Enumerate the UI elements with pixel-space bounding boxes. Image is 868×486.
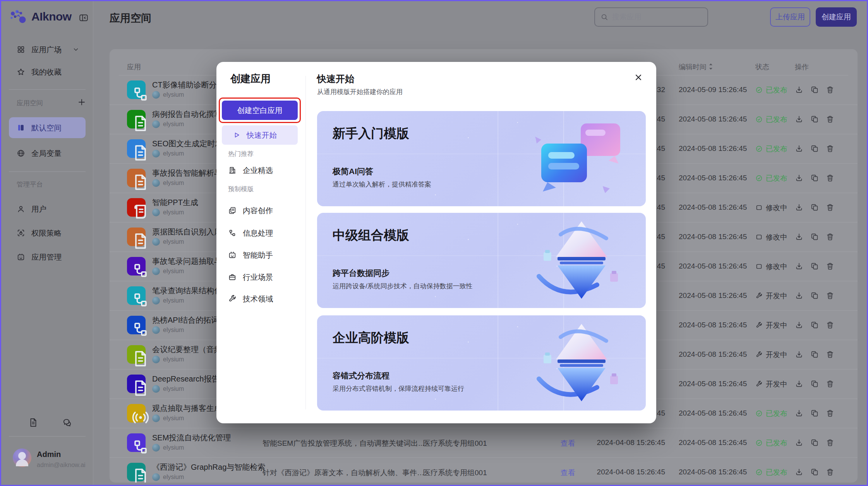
copy-icon[interactable] [810, 468, 819, 476]
app-group: 医疗系统专用组001 [423, 468, 487, 478]
download-icon[interactable] [795, 262, 803, 270]
menu-item-bot[interactable]: 智能助手 [228, 246, 298, 264]
copy-icon[interactable] [810, 438, 819, 447]
trash-icon[interactable] [826, 233, 834, 241]
sidebar-item-app-management[interactable]: 应用管理 [9, 249, 86, 265]
sidebar-collapse-icon[interactable] [79, 13, 89, 23]
menu-item-building[interactable]: 企业精选 [228, 162, 298, 179]
edit-time: 2024-05-08 15:26:45 [679, 174, 747, 182]
download-icon[interactable] [795, 291, 803, 300]
book-icon [17, 123, 25, 132]
download-icon[interactable] [795, 468, 803, 476]
wrench-icon [228, 294, 237, 303]
add-space-button[interactable] [77, 98, 86, 107]
row-actions [795, 291, 834, 300]
view-link[interactable]: 查看 [561, 468, 575, 478]
avatar[interactable] [13, 448, 31, 467]
column-header-edit-time[interactable]: 编辑时间 [679, 62, 714, 72]
close-icon[interactable] [634, 73, 643, 82]
publish-time: 2024-04-08 15:26:45 [588, 438, 665, 447]
sidebar-item-global-vars[interactable]: 全局变量 [9, 145, 86, 161]
document-icon[interactable] [28, 418, 38, 428]
trash-icon[interactable] [826, 86, 834, 94]
create-blank-app-button[interactable]: 创建空白应用 [222, 101, 298, 120]
copy-icon[interactable] [810, 321, 819, 329]
menu-item-quick-start[interactable]: 快速开始 [222, 125, 298, 145]
copy-icon[interactable] [810, 203, 819, 212]
download-icon[interactable] [795, 233, 803, 241]
copy-icon[interactable] [810, 262, 819, 270]
sort-icon[interactable] [708, 63, 714, 69]
menu-item-label: 内容创作 [243, 205, 273, 216]
column-header-status: 状态 [755, 62, 769, 72]
menu-section-label: 预制模版 [228, 185, 254, 193]
status-badge: 开发中 [755, 291, 787, 301]
search-icon [600, 13, 608, 21]
download-icon[interactable] [795, 438, 803, 447]
owner-name: elysium [163, 209, 184, 216]
sidebar-item-app-plaza[interactable]: 应用广场 [9, 41, 86, 58]
menu-item-label: 信息处理 [243, 228, 273, 238]
owner-avatar [152, 120, 160, 128]
table-row[interactable]: SEM投流自动优化管理 elysium 智能SEM广告投放管理系统，自动调整关键… [110, 428, 858, 458]
trash-icon[interactable] [826, 262, 834, 270]
download-icon[interactable] [795, 144, 803, 153]
menu-item-briefcase[interactable]: 行业场景 [228, 269, 298, 286]
download-icon[interactable] [795, 174, 803, 182]
template-card[interactable]: 中级组合模版 跨平台数据同步 运用跨设备/系统同步技术，自动保持数据一致性 [317, 213, 646, 308]
status-badge: 已发布 [755, 173, 787, 183]
create-app-button[interactable]: 创建应用 [816, 7, 857, 27]
sidebar-item-default-space[interactable]: 默认空间 [9, 117, 86, 138]
download-icon[interactable] [795, 350, 803, 359]
status-label: 开发中 [766, 379, 787, 389]
copy-icon[interactable] [810, 144, 819, 153]
sidebar-item-users[interactable]: 用户 [9, 201, 86, 217]
download-icon[interactable] [795, 86, 803, 94]
trash-icon[interactable] [826, 203, 834, 212]
copy-icon[interactable] [810, 115, 819, 123]
copy-icon[interactable] [810, 233, 819, 241]
copy-icon[interactable] [810, 409, 819, 418]
trash-icon[interactable] [826, 438, 834, 447]
download-icon[interactable] [795, 115, 803, 123]
trash-icon[interactable] [826, 291, 834, 300]
copy-icon[interactable] [810, 291, 819, 300]
upload-app-button[interactable]: 上传应用 [770, 7, 810, 27]
copy-icon[interactable] [810, 380, 819, 388]
download-icon[interactable] [795, 380, 803, 388]
template-card[interactable]: 新手入门模版 极简AI问答 通过单次输入解析，提供精准答案 [317, 111, 646, 206]
download-icon[interactable] [795, 321, 803, 329]
sidebar-item-label: 默认空间 [31, 123, 62, 133]
app-description: 智能SEM广告投放管理系统，自动调整关键词出... [262, 438, 429, 448]
doc-app-icon [127, 228, 146, 246]
owner-avatar [152, 209, 160, 216]
menu-item-wrench[interactable]: 技术领域 [228, 290, 298, 307]
table-row[interactable]: 《西游记》GraphRag与智能检索 elysium 针对《西游记》原著文本，自… [110, 458, 858, 483]
copy-icon[interactable] [810, 174, 819, 182]
copy-icon[interactable] [810, 350, 819, 359]
trash-icon[interactable] [826, 468, 834, 476]
menu-item-flow[interactable]: 信息处理 [228, 224, 298, 241]
sidebar-item-favorites[interactable]: 我的收藏 [9, 64, 86, 80]
trash-icon[interactable] [826, 321, 834, 329]
view-link[interactable]: 查看 [561, 438, 575, 448]
copy-icon[interactable] [810, 86, 819, 94]
download-icon[interactable] [795, 409, 803, 418]
wechat-icon[interactable] [62, 418, 72, 428]
template-card[interactable]: 企业高阶模版 容错式分布流程 采用分布式容错机制，保障流程持续可靠运行 [317, 315, 646, 411]
search-input[interactable]: 搜索应用 [594, 7, 708, 27]
download-icon[interactable] [795, 203, 803, 212]
trash-icon[interactable] [826, 115, 834, 123]
trash-icon[interactable] [826, 409, 834, 418]
trash-icon[interactable] [826, 380, 834, 388]
trash-icon[interactable] [826, 144, 834, 153]
menu-item-clipboard[interactable]: 内容创作 [228, 202, 298, 219]
grid-icon [17, 45, 25, 54]
menu-item-label: 快速开始 [247, 130, 277, 140]
logo: AIknow [9, 8, 72, 25]
trash-icon[interactable] [826, 350, 834, 359]
trash-icon[interactable] [826, 174, 834, 182]
edit-time: 2024-05-08 15:26:45 [679, 321, 747, 329]
sidebar-item-permissions[interactable]: 权限策略 [9, 225, 86, 241]
owner-name: elysium [163, 297, 184, 304]
